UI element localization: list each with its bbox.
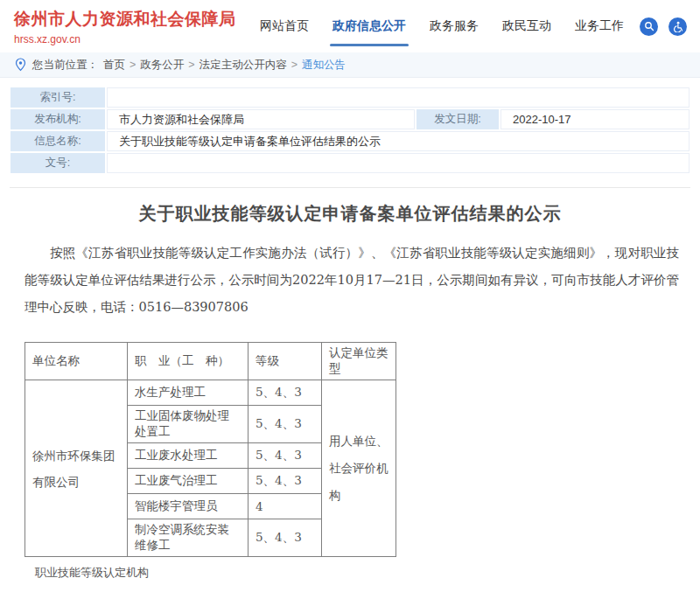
location-pin-icon (15, 58, 26, 72)
col-header-level: 等级 (248, 343, 322, 380)
breadcrumb: 您当前位置： 首页 > 政务公开 > 法定主动公开内容 > 通知公告 (0, 52, 700, 78)
meta-name-label: 信息名称: (10, 131, 105, 151)
breadcrumb-statutory-content[interactable]: 法定主动公开内容 (200, 58, 287, 73)
meta-agency-label: 发布机构: (10, 109, 105, 129)
table-row: 徐州市环保集团有限公司 水生产处理工 5、4、3 用人单位、社会评价机构 (25, 380, 396, 406)
assessment-table: 单位名称 职 业（工 种） 等级 认定单位类型 徐州市环保集团有限公司 水生产处… (24, 342, 396, 557)
site-title: 徐州市人力资源和社会保障局 (14, 8, 236, 31)
breadcrumb-prefix: 您当前位置： (32, 58, 98, 73)
meta-index-value (107, 87, 690, 108)
cell-level: 4 (248, 494, 322, 519)
meta-row-index: 索引号: (10, 87, 690, 108)
meta-index-label: 索引号: (10, 87, 105, 108)
nav-item-business[interactable]: 业务工作 (575, 15, 624, 38)
meta-name-value: 关于职业技能等级认定申请备案单位评估结果的公示 (107, 131, 690, 151)
breadcrumb-gov-open[interactable]: 政务公开 (140, 58, 184, 73)
nav-item-services[interactable]: 政务服务 (430, 15, 479, 38)
site-brand[interactable]: 徐州市人力资源和社会保障局 hrss.xz.gov.cn (14, 8, 236, 45)
announcement-paragraph: 按照《江苏省职业技能等级认定工作实施办法（试行）》、《江苏省职业技能等级认定实施… (24, 240, 679, 321)
nav-item-home[interactable]: 网站首页 (260, 15, 309, 38)
cell-level: 5、4、3 (248, 519, 322, 557)
cell-level: 5、4、3 (248, 469, 322, 494)
cell-level: 5、4、3 (248, 380, 322, 406)
breadcrumb-separator: > (130, 59, 136, 71)
header-right: 网站首页 政府信息公开 政务服务 政民互动 业务工作 (260, 15, 687, 38)
nav-item-gov-info[interactable]: 政府信息公开 (332, 15, 406, 38)
breadcrumb-separator: > (291, 59, 298, 71)
breadcrumb-notices[interactable]: 通知公告 (302, 58, 346, 73)
cell-level: 5、4、3 (248, 406, 322, 443)
col-header-company: 单位名称 (25, 343, 128, 380)
meta-row-agency: 发布机构: 市人力资源和社会保障局 发文日期: 2022-10-17 (10, 109, 690, 129)
page: 徐州市人力资源和社会保障局 hrss.xz.gov.cn 网站首页 政府信息公开… (0, 0, 700, 592)
meta-docnum-label: 文号: (10, 153, 105, 173)
cell-occupation: 水生产处理工 (128, 380, 248, 406)
cell-occupation: 工业废水处理工 (128, 443, 248, 469)
meta-date-value: 2022-10-17 (500, 109, 690, 129)
meta-row-docnum: 文号: (10, 153, 690, 173)
meta-agency-value: 市人力资源和社会保障局 (107, 109, 415, 129)
cell-level: 5、4、3 (248, 443, 322, 469)
document-body: 按照《江苏省职业技能等级认定工作实施办法（试行）》、《江苏省职业技能等级认定实施… (0, 240, 700, 592)
col-header-org-type: 认定单位类型 (322, 343, 396, 380)
accessibility-icon[interactable] (668, 17, 687, 36)
document-meta: 索引号: 发布机构: 市人力资源和社会保障局 发文日期: 2022-10-17 … (0, 78, 700, 173)
search-icon[interactable] (640, 17, 658, 36)
site-header: 徐州市人力资源和社会保障局 hrss.xz.gov.cn 网站首页 政府信息公开… (0, 0, 700, 52)
cell-occupation: 智能楼宇管理员 (128, 494, 248, 519)
table-header-row: 单位名称 职 业（工 种） 等级 认定单位类型 (25, 343, 396, 380)
cell-occupation: 工业废气治理工 (128, 469, 248, 494)
nav-item-interaction[interactable]: 政民互动 (502, 15, 551, 38)
table-note: 职业技能等级认定机构 (35, 565, 700, 581)
meta-date-label: 发文日期: (416, 109, 499, 129)
site-url: hrss.xz.gov.cn (14, 33, 236, 45)
col-header-occupation: 职 业（工 种） (128, 343, 248, 380)
page-title: 关于职业技能等级认定申请备案单位评估结果的公示 (0, 202, 700, 226)
breadcrumb-separator: > (188, 59, 194, 71)
main-nav: 网站首页 政府信息公开 政务服务 政民互动 业务工作 (260, 15, 624, 38)
cell-company: 徐州市环保集团有限公司 (25, 380, 128, 557)
header-icons (640, 17, 687, 36)
divider (10, 187, 690, 188)
meta-docnum-value (107, 153, 690, 173)
cell-occupation: 工业固体废物处理处置工 (128, 406, 248, 443)
cell-occupation: 制冷空调系统安装维修工 (128, 519, 248, 557)
breadcrumb-home[interactable]: 首页 (103, 58, 125, 73)
cell-org-type: 用人单位、社会评价机构 (322, 380, 396, 557)
meta-row-name: 信息名称: 关于职业技能等级认定申请备案单位评估结果的公示 (10, 131, 690, 151)
